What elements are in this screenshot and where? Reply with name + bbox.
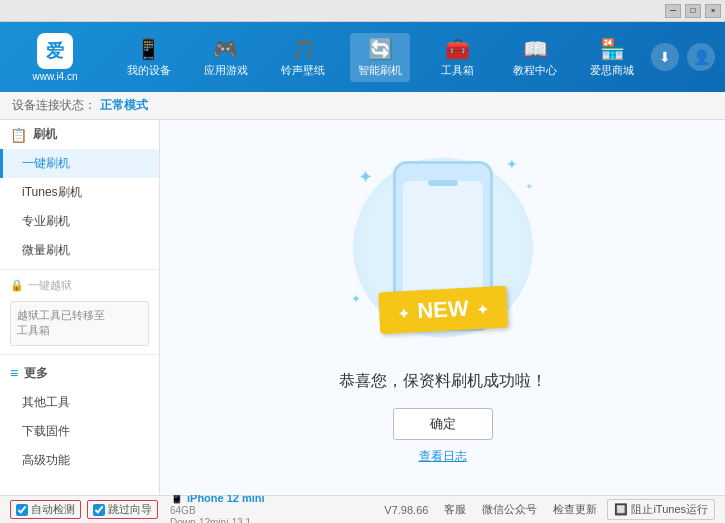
sidebar-item-one-key-flash[interactable]: 一键刷机 <box>0 149 159 178</box>
store-icon: 🏪 <box>600 37 625 61</box>
sidebar-jailbreak-note: 越狱工具已转移至 工具箱 <box>10 301 149 346</box>
bottom-bar: 自动检测 跳过向导 📱 iPhone 12 mini 64GB Down-12m… <box>0 495 725 523</box>
smart-shop-icon: 🔄 <box>368 37 393 61</box>
header: 爱 www.i4.cn 📱 我的设备 🎮 应用游戏 🎵 铃声壁纸 🔄 智能刷机 … <box>0 22 725 92</box>
content-area: ✦ ✦ ✦ ✦ ✦ NEW ✦ 恭喜您，保资料刷机成功啦！ 确定 查看日志 <box>160 120 725 495</box>
nav-apps-games[interactable]: 🎮 应用游戏 <box>196 33 256 82</box>
nav-smart-shop-label: 智能刷机 <box>358 63 402 78</box>
sidebar-locked-jailbreak: 🔒 一键越狱 <box>0 274 159 297</box>
auto-check-checkbox[interactable] <box>16 504 28 516</box>
bottom-left: 自动检测 跳过向导 📱 iPhone 12 mini 64GB Down-12m… <box>10 491 384 523</box>
main-layout: 📋 刷机 一键刷机 iTunes刷机 专业刷机 微量刷机 🔒 一键越狱 越狱工具… <box>0 120 725 495</box>
sparkle-icon-2: ✦ <box>506 156 518 172</box>
nav-smart-shop[interactable]: 🔄 智能刷机 <box>350 33 410 82</box>
user-button[interactable]: 👤 <box>687 43 715 71</box>
success-title: 恭喜您，保资料刷机成功啦！ <box>339 371 547 392</box>
my-device-icon: 📱 <box>136 37 161 61</box>
tutorial-icon: 📖 <box>523 37 548 61</box>
nav-store[interactable]: 🏪 爱思商城 <box>582 33 642 82</box>
apps-games-icon: 🎮 <box>213 37 238 61</box>
new-badge-star-left: ✦ <box>396 305 409 322</box>
goto-log-link[interactable]: 查看日志 <box>419 448 467 465</box>
new-badge-text: NEW <box>416 295 469 323</box>
more-section-icon: ≡ <box>10 365 18 381</box>
wechat-link[interactable]: 微信公众号 <box>482 502 537 517</box>
sidebar-item-download-firmware[interactable]: 下载固件 <box>0 417 159 446</box>
lock-icon: 🔒 <box>10 279 24 292</box>
itunes-status-label: 阻止iTunes运行 <box>631 502 708 517</box>
sidebar: 📋 刷机 一键刷机 iTunes刷机 专业刷机 微量刷机 🔒 一键越狱 越狱工具… <box>0 120 160 495</box>
device-model: Down-12mini-13,1 <box>170 517 265 523</box>
sidebar-item-itunes-flash[interactable]: iTunes刷机 <box>0 178 159 207</box>
confirm-button[interactable]: 确定 <box>393 408 493 440</box>
nav-ringtones-label: 铃声壁纸 <box>281 63 325 78</box>
title-bar: ─ □ × <box>0 0 725 22</box>
success-illustration: ✦ ✦ ✦ ✦ ✦ NEW ✦ <box>343 151 543 351</box>
new-badge-star-right: ✦ <box>476 301 489 318</box>
nav-items: 📱 我的设备 🎮 应用游戏 🎵 铃声壁纸 🔄 智能刷机 🧰 工具箱 📖 教程中心… <box>110 33 651 82</box>
auto-check-label: 自动检测 <box>31 502 75 517</box>
toolbox-icon: 🧰 <box>445 37 470 61</box>
auto-check-item[interactable]: 自动检测 <box>10 500 81 519</box>
nav-toolbox-label: 工具箱 <box>441 63 474 78</box>
logo: 爱 www.i4.cn <box>10 33 100 82</box>
sparkle-icon-3: ✦ <box>351 292 361 306</box>
itunes-status-icon: 🔲 <box>614 503 628 516</box>
device-storage: 64GB <box>170 505 265 516</box>
nav-my-device-label: 我的设备 <box>127 63 171 78</box>
status-value: 正常模式 <box>100 97 148 114</box>
download-button[interactable]: ⬇ <box>651 43 679 71</box>
nav-apps-games-label: 应用游戏 <box>204 63 248 78</box>
phone-notch <box>428 180 458 186</box>
minimize-button[interactable]: ─ <box>665 4 681 18</box>
ringtones-icon: 🎵 <box>291 37 316 61</box>
window-controls: ─ □ × <box>665 4 721 18</box>
new-badge: ✦ NEW ✦ <box>378 285 508 334</box>
nav-ringtones[interactable]: 🎵 铃声壁纸 <box>273 33 333 82</box>
support-link[interactable]: 客服 <box>444 502 466 517</box>
itunes-status[interactable]: 🔲 阻止iTunes运行 <box>607 499 715 520</box>
sparkle-icon-4: ✦ <box>525 181 533 192</box>
version-label: V7.98.66 <box>384 504 428 516</box>
status-bar: 设备连接状态： 正常模式 <box>0 92 725 120</box>
close-button[interactable]: × <box>705 4 721 18</box>
nav-toolbox[interactable]: 🧰 工具箱 <box>428 33 488 82</box>
sidebar-divider-2 <box>0 354 159 355</box>
skip-wizard-item[interactable]: 跳过向导 <box>87 500 158 519</box>
sidebar-item-pro-flash[interactable]: 专业刷机 <box>0 207 159 236</box>
check-update-link[interactable]: 检查更新 <box>553 502 597 517</box>
sidebar-item-other-tools[interactable]: 其他工具 <box>0 388 159 417</box>
sidebar-divider-1 <box>0 269 159 270</box>
maximize-button[interactable]: □ <box>685 4 701 18</box>
skip-wizard-checkbox[interactable] <box>93 504 105 516</box>
logo-subtitle: www.i4.cn <box>32 71 77 82</box>
nav-tutorial[interactable]: 📖 教程中心 <box>505 33 565 82</box>
flash-section-icon: 📋 <box>10 127 27 143</box>
skip-wizard-label: 跳过向导 <box>108 502 152 517</box>
sidebar-section-more: ≡ 更多 <box>0 359 159 388</box>
nav-store-label: 爱思商城 <box>590 63 634 78</box>
status-label: 设备连接状态： <box>12 97 96 114</box>
nav-tutorial-label: 教程中心 <box>513 63 557 78</box>
sidebar-section-flash: 📋 刷机 <box>0 120 159 149</box>
logo-icon: 爱 <box>37 33 73 69</box>
sidebar-item-micro-flash[interactable]: 微量刷机 <box>0 236 159 265</box>
sidebar-item-advanced[interactable]: 高级功能 <box>0 446 159 475</box>
nav-my-device[interactable]: 📱 我的设备 <box>119 33 179 82</box>
bottom-right: V7.98.66 客服 微信公众号 检查更新 <box>384 502 597 517</box>
sparkle-icon-1: ✦ <box>358 166 373 188</box>
device-info: 📱 iPhone 12 mini 64GB Down-12mini-13,1 <box>170 491 265 523</box>
header-right: ⬇ 👤 <box>651 43 715 71</box>
